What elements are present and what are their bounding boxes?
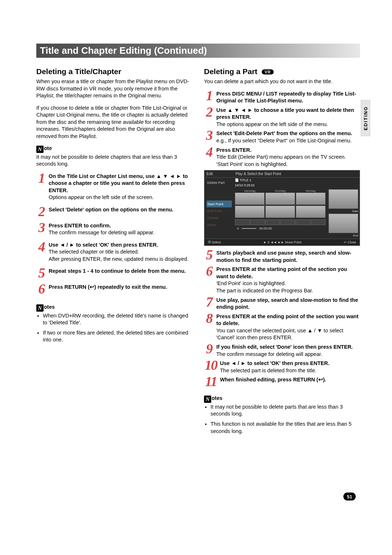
step-1: 1 On the Title List or Chapter List menu… [36,173,192,201]
notes-heading: Notes [204,395,360,403]
tv-side-cancel: Cancel [207,214,232,221]
tv-side-done: Done [207,221,232,228]
step-bold: Repeat steps 1 - 4 to continue to delete… [49,268,186,274]
note-icon: N [36,304,44,312]
tv-bottom-bar: Select ► II ◄◄ ►► Move Point ↩ Close [204,239,360,246]
tv-thumb [296,206,326,218]
step-body: Select 'Delete' option on the options on… [49,206,192,214]
step-text: The options appear on the left side of t… [216,121,328,127]
step-bold: Press ENTER at the starting point of the… [216,266,347,279]
step-number-icon: 4 [204,147,214,158]
side-tab-editing: EDITING [361,100,370,136]
step-2: 2 Select 'Delete' option on the options … [36,206,192,217]
step-text: The confirm message for deleting will ap… [216,351,322,357]
content-columns: Deleting a Title/Chapter When you erase … [36,67,360,438]
step-bold: Select 'Edit-Delete Part' from the optio… [216,130,352,136]
tv-day: Sonntag [265,189,295,193]
step-10: 10 Use ◄ / ► to select 'OK' then press E… [204,360,360,374]
step-11: 11 When finished editing, press RETURN (… [204,376,360,387]
step-body: When finished editing, press RETURN (↩). [220,376,360,384]
step-body: Press DISC MENU / LIST repeatedly to dis… [216,90,360,105]
step-body: Press ENTER at the starting point of the… [216,266,360,294]
step-body: Select 'Edit-Delete Part' from the optio… [216,130,360,144]
step-text: The selected part is deleted from the ti… [220,368,317,373]
step-bold: If you finish edit, select 'Done' icon t… [216,344,353,350]
left-para-2: If you choose to delete a title or chapt… [36,105,192,140]
step-body: Use ◄ / ► to select 'OK' then press ENTE… [220,360,360,374]
tv-center: Samstag Sonntag Montag [233,188,327,239]
step-number-icon: 4 [36,242,46,252]
tv-thumb-start [328,189,358,209]
tv-title-line2: 16/10 0:25:01 [233,183,360,188]
tv-progress: II ━━━━━━━━ 00:00:00 [235,225,326,232]
notes-list: When DVD+RW recording, the deleted title… [43,312,192,344]
tv-side-end-point: End Point [207,207,232,214]
tv-titlebar: Edit Play & Select the Start Point [204,170,360,178]
step-5: 5 Starts playback and use pause step, se… [204,250,360,264]
step-text: Options appear on the left side of the s… [49,194,154,200]
note-item: It may not be possible to delete parts t… [211,404,360,418]
note-item: This function is not available for the t… [211,421,360,435]
step-number-icon: 6 [36,284,46,295]
step-1: 1 Press DISC MENU / LIST repeatedly to d… [204,90,360,105]
tv-body: Delete Part Start Point End Point Cancel… [204,178,360,239]
tv-bottom-select: Select [208,240,221,244]
step-text: 'End Point' icon is highlighted. The par… [216,280,313,293]
tv-bottom-close: ↩ Close [344,240,356,244]
tv-thumb [265,206,295,218]
tv-thumb [265,193,295,205]
note-label: ote [44,145,52,151]
note-text: It may not be possible to delete chapter… [36,154,192,168]
step-bold: Use ▲ ▼ ◄ ► to choose a title you want t… [216,107,354,120]
page-number-badge: 51 [343,493,356,501]
step-text: The confirm message for deleting will ap… [49,230,155,235]
step-bold: Press ENTER. [216,147,252,153]
tv-screenshot: Edit Play & Select the Start Point Delet… [204,170,360,246]
step-bold: Use ◄ / ► to select 'OK' then press ENTE… [49,242,158,248]
step-9: 9 If you finish edit, select 'Done' icon… [204,344,360,358]
left-heading: Deleting a Title/Chapter [36,67,192,76]
right-para-1: You can delete a part which you do not w… [204,78,360,85]
step-body: Use play, pause step, search and slow-mo… [216,297,360,311]
step-body: Press ENTER. Title Edit (Delete Part) me… [216,147,360,168]
step-number-icon: 1 [36,173,46,184]
tv-thumb-end [328,214,358,233]
tv-title-line1: 📄 TITLE 1 [233,178,360,183]
step-body: Use ◄ / ► to select 'OK' then press ENTE… [49,242,192,263]
step-body: On the Title List or Chapter List menu, … [49,173,192,201]
step-body: Press RETURN (↩) repeatedly to exit the … [49,284,192,291]
step-6: 6 Press RETURN (↩) repeatedly to exit th… [36,284,192,295]
tv-main: 📄 TITLE 1 16/10 0:25:01 Samstag Sonntag [233,178,360,239]
step-2: 2 Use ▲ ▼ ◄ ► to choose a title you want… [204,107,360,128]
step-number-icon: 7 [204,297,214,308]
step-bold: Select 'Delete' option on the options on… [49,207,173,212]
step-number-icon: 6 [204,266,214,277]
step-number-icon: 3 [36,222,46,233]
vr-badge: VR [262,69,274,74]
step-text: The selected chapter or title is deleted… [49,249,188,262]
notes-label: otes [212,395,222,401]
step-number-icon: 2 [36,206,46,217]
tv-label-end: End [328,234,358,237]
step-number-icon: 11 [204,376,218,387]
tv-thumb [235,193,265,205]
select-icon [208,240,211,243]
step-number-icon: 3 [204,130,214,141]
note-icon: N [36,146,44,153]
step-bold: Use ◄ / ► to select 'OK' then press ENTE… [220,360,330,366]
step-number-icon: 9 [204,344,214,355]
tv-side-start-point: Start Point [207,200,232,207]
tv-day: Montag [296,189,326,193]
step-body: Press ENTER to confirm. The confirm mess… [49,222,192,236]
step-number-icon: 5 [36,268,46,279]
step-6: 6 Press ENTER at the starting point of t… [204,266,360,294]
step-number-icon: 1 [204,90,214,101]
left-para-1: When you erase a title or chapter from t… [36,78,192,100]
tv-bottom-move: ► II ◄◄ ►► Move Point [264,240,302,244]
note-item: When DVD+RW recording, the deleted title… [43,312,192,327]
step-bold: On the Title List or Chapter List menu, … [49,173,188,193]
step-body: Use ▲ ▼ ◄ ► to choose a title you want t… [216,107,360,128]
step-body: Press ENTER at the ending point of the s… [216,313,360,341]
step-3: 3 Press ENTER to confirm. The confirm me… [36,222,192,236]
step-bold: When finished editing, press RETURN (↩). [220,377,326,382]
